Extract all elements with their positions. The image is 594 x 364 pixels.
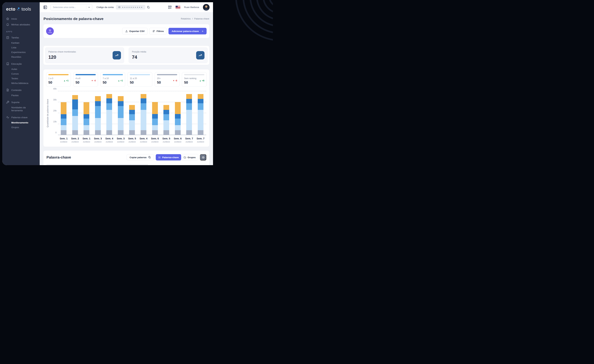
x-label-10: Sem. 521/09/23	[161, 137, 172, 143]
sidebar-item-pautas[interactable]: Pautas	[11, 94, 36, 97]
column-header-posicao-media[interactable]: Posição média	[82, 164, 96, 165]
sidebar-item-grupos[interactable]: Grupos	[11, 126, 36, 129]
column-header-palavra-chave[interactable]: Palavra-chave	[47, 164, 82, 165]
bar-segment-20	[175, 130, 181, 135]
bar-segment-4-a-6	[129, 110, 135, 114]
stat-value: 74	[132, 55, 204, 60]
sidebar-item-cursos[interactable]: Cursos	[11, 72, 36, 75]
gear-icon	[202, 156, 205, 159]
sidebar-section-label: APPS	[6, 31, 36, 33]
bar-1-sem-1[interactable]	[61, 102, 67, 135]
column-header-grupo-s[interactable]: Grupo(s)	[108, 164, 130, 165]
x-label-11: Sem. 621/09/23	[172, 137, 183, 143]
bar-13-sem-7[interactable]	[198, 94, 203, 135]
breadcrumb-current[interactable]: Palavras-chave	[194, 18, 209, 20]
sidebar-item-inicio[interactable]: Início	[6, 17, 36, 20]
bar-segment-11-a-20	[106, 110, 112, 130]
locasty-badge[interactable]: Locasty	[46, 27, 54, 35]
column-header-sem-7[interactable]: Sem. 721/09/23	[161, 164, 175, 165]
column-header-potencial-de-buscas-mensais[interactable]: Potencial de buscas mensais	[130, 164, 148, 165]
sidebar-item-label: Minhas atividades	[11, 23, 30, 26]
account-select[interactable]: Selecione uma conta...	[50, 4, 92, 10]
sidebar-item-monitoramento[interactable]: Monitoramento	[11, 121, 36, 124]
trend-button[interactable]	[196, 51, 204, 59]
sidebar-item-novidades-da-ferramenta[interactable]: Novidades da ferramenta	[11, 106, 36, 112]
stats-card: Palavras-chave monitoradas 120 Posição m…	[43, 46, 209, 65]
trend-button[interactable]	[113, 51, 121, 59]
eye-icon[interactable]	[118, 6, 121, 8]
bar-segment-20	[129, 130, 135, 135]
column-header-sem-8[interactable]: Sem. 821/09/23	[148, 164, 161, 165]
sidebar-item-testes[interactable]: Testes	[11, 77, 36, 80]
language-flag-us[interactable]	[176, 6, 180, 9]
week-date: 21/09/23	[92, 141, 103, 143]
legend-card-11-a-20[interactable]: 11 a 2050	[128, 72, 152, 87]
chart-legend-cards: 1 a 350▲+14 a 650▼-47 a 1050▲+111 a 2050…	[46, 72, 207, 87]
sidebar-item-experimentos[interactable]: Experimentos	[11, 51, 36, 54]
week-date: 21/09/23	[172, 141, 183, 143]
bar-4-sem-3[interactable]	[95, 96, 101, 135]
week-date: 21/09/23	[161, 141, 172, 143]
sidebar-collapse-button[interactable]	[43, 5, 47, 9]
bar-11-sem-6[interactable]	[175, 102, 181, 135]
brand-logo[interactable]: ecto tools	[2, 2, 40, 17]
add-keyword-button[interactable]: Adicionar palavra-chave +	[169, 28, 207, 34]
sidebar-item-aulas[interactable]: Aulas	[11, 68, 36, 71]
table-header-row: Palavra-chavePosição médiaURLGrupo(s)Pot…	[47, 164, 209, 165]
bar-3-sem-1[interactable]	[84, 102, 89, 135]
copy-account-code-icon[interactable]	[147, 6, 150, 9]
bar-segment-11-a-20	[152, 125, 158, 130]
bar-6-sem-3[interactable]	[118, 96, 124, 135]
legend-card-1-a-3[interactable]: 1 a 350▲+1	[46, 72, 71, 87]
copy-words-button[interactable]: Copiar palavras	[127, 154, 154, 160]
bar-segment-11-a-20	[141, 110, 146, 130]
avatar[interactable]	[203, 4, 209, 11]
toggle-groups-button[interactable]: Grupos	[181, 154, 198, 160]
sidebar-item-minha-biblioteca[interactable]: Minha biblioteca	[11, 82, 36, 85]
bar-8-sem-4[interactable]	[141, 94, 146, 135]
bar-2-sem-2[interactable]	[72, 95, 78, 135]
bar-5-sem-4[interactable]	[106, 94, 112, 135]
sidebar-item-lista[interactable]: Lista	[11, 46, 36, 49]
filters-button[interactable]: Filtros	[149, 28, 167, 34]
account-code-field[interactable]: ●●●●●●●●●●	[116, 5, 145, 10]
toggle-keywords-button[interactable]: Palavras-chave	[156, 154, 181, 160]
week-date: 21/09/23	[69, 141, 81, 143]
week-label: Sem. 1	[58, 137, 69, 140]
sidebar-item-minhas-atividades[interactable]: Minhas atividades	[6, 23, 36, 26]
legend-card-4-a-6[interactable]: 4 a 650▼-4	[73, 72, 98, 87]
bar-9-sem-6[interactable]	[152, 102, 158, 135]
table-settings-button[interactable]	[200, 154, 206, 160]
export-csv-button[interactable]: Exportar CSV	[122, 28, 148, 34]
week-label: Sem. 3	[92, 137, 103, 140]
sidebar-item-tarefas[interactable]: Tarefas	[6, 36, 36, 39]
week-label: Sem. 4	[104, 137, 115, 140]
bar-segment-4-a-6	[141, 98, 146, 103]
legend-card-sem-ranking[interactable]: Sem ranking50▲+8	[182, 72, 207, 87]
sidebar-groups: TarefasKanbanListaExperimentosReuniõesEd…	[6, 36, 36, 129]
sidebar-item-label: Palavras-chave	[11, 116, 27, 119]
sidebar-item-palavras-chave[interactable]: Palavras-chave	[6, 116, 36, 119]
column-header-sem-5[interactable]: Sem. 521/09/23	[189, 164, 202, 165]
legend-card-7-a-10[interactable]: 7 a 1050▲+1	[101, 72, 125, 87]
sidebar-item-educacao[interactable]: Educação	[6, 62, 36, 65]
breadcrumb-section[interactable]: Relatórios	[181, 18, 191, 20]
bar-7-sem-5[interactable]	[129, 105, 135, 135]
column-header-sem-6[interactable]: Sem. 621/09/23	[175, 164, 189, 165]
week-label: Sem. 7	[184, 137, 195, 140]
week-date: 21/09/23	[127, 141, 138, 143]
sidebar-item-reunioes[interactable]: Reuniões	[11, 55, 36, 58]
column-header-url[interactable]: URL	[96, 164, 108, 165]
bar-12-sem-7[interactable]	[186, 94, 192, 135]
bar-segment-11-a-20	[129, 120, 135, 130]
triangle-down-icon: ▼	[92, 80, 93, 82]
column-header-sem-4[interactable]: Sem. 421/09/23	[202, 164, 209, 165]
sidebar-item-kanban[interactable]: Kanban	[11, 41, 36, 44]
bar-segment-1-a-3	[152, 102, 158, 114]
sidebar-item-suporte[interactable]: Suporte	[6, 101, 36, 104]
bar-segment-7-a-10	[84, 118, 89, 125]
legend-card-20[interactable]: 20+50▼-8	[155, 72, 179, 87]
bar-10-sem-5[interactable]	[163, 105, 169, 135]
apps-grid-icon[interactable]	[168, 5, 172, 9]
sidebar-item-conteudo[interactable]: Conteúdo	[6, 89, 36, 92]
